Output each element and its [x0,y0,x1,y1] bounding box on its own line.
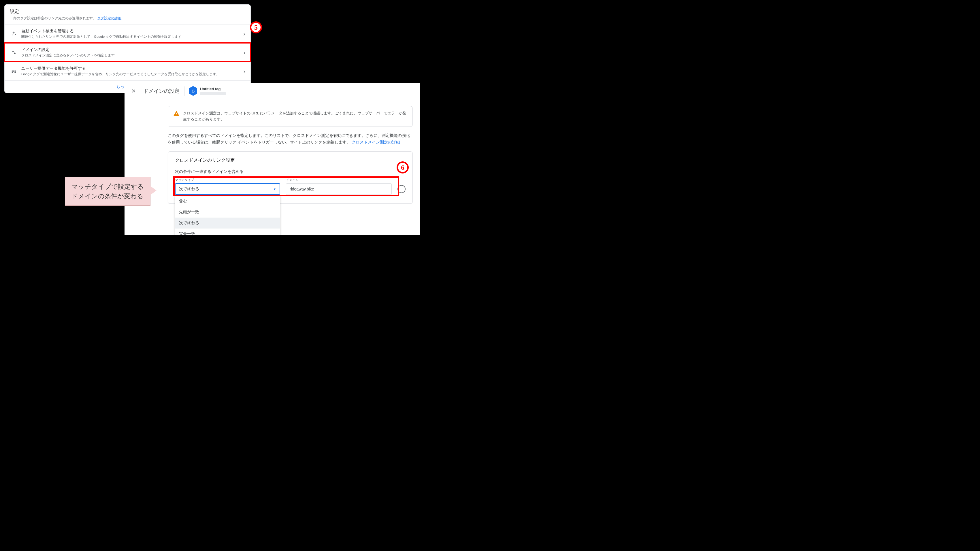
cross-domain-doc-link[interactable]: クロスドメイン測定の詳細 [352,140,400,144]
annotation-badge-6: 6 [397,161,409,173]
tag-subtitle-placeholder [200,92,226,95]
sheet-header: ✕ ドメインの設定 G Untitled tag [124,83,420,99]
merge-icon [10,50,18,55]
sheet-title: ドメインの設定 [143,87,180,95]
dd-option-exact[interactable]: 完全一致 [175,229,280,235]
settings-subtitle: 一部のタグ設定は特定のリンク先にのみ適用されます。 タグ設定の詳細 [10,16,245,21]
chevron-right-icon: › [243,30,245,37]
chevron-right-icon: › [243,49,245,56]
dd-option-begins[interactable]: 先頭が一致 [175,206,280,218]
domain-settings-sheet: ✕ ドメインの設定 G Untitled tag クロスドメイン測定は、ウェブサ… [124,83,420,235]
match-type-select[interactable]: 次で終わる ▼ [175,183,280,195]
chevron-right-icon: › [243,68,245,75]
card-title: クロスドメインのリンク設定 [175,157,406,164]
annotation-callout: マッチタイプで設定する ドメインの条件が変わる [65,177,150,206]
warning-icon [173,110,180,122]
dd-option-ends[interactable]: 次で終わる [175,218,280,229]
card-subtitle: 次の条件に一致するドメインを含める [175,169,406,174]
dd-option-contains[interactable]: 含む [175,196,280,206]
dropdown-triangle-icon: ▼ [273,187,276,191]
intro-text: このタグを使用するすべてのドメインを指定します。このリストで、クロスドメイン測定… [168,133,413,146]
close-icon[interactable]: ✕ [129,86,138,97]
settings-help-link[interactable]: タグ設定の詳細 [97,16,121,20]
row-domain-settings[interactable]: ドメインの設定 クロスドメイン測定に含めるドメインのリストを指定します › [5,43,250,62]
google-tag-icon: G [189,86,197,96]
match-type-label: マッチタイプ [175,178,280,182]
data-icon [10,69,18,73]
remove-condition-button[interactable] [398,185,406,193]
cross-domain-card: クロスドメインのリンク設定 次の条件に一致するドメインを含める マッチタイプ 次… [168,151,413,204]
row-user-provided-data[interactable]: ユーザー提供データ機能を許可する Google タグで測定対象にユーザー提供デー… [5,62,250,80]
match-type-dropdown: 含む 先頭が一致 次で終わる 完全一致 正規表現に一致 [175,196,280,235]
warning-banner: クロスドメイン測定は、ウェブサイトの URL にパラメータを追加することで機能し… [168,106,413,127]
tag-chip: G Untitled tag [189,86,226,96]
sparkle-icon [10,31,18,37]
row-auto-event-detection[interactable]: 自動イベント検出を管理する 関連付けられたリンク先での測定対象として、Googl… [5,24,250,43]
annotation-badge-5: 5 [250,21,262,33]
settings-title: 設定 [10,9,245,15]
domain-input[interactable]: rideaway.bike [286,183,392,195]
domain-label: ドメイン [286,178,392,182]
settings-card: 設定 一部のタグ設定は特定のリンク先にのみ適用されます。 タグ設定の詳細 自動イ… [4,4,251,93]
